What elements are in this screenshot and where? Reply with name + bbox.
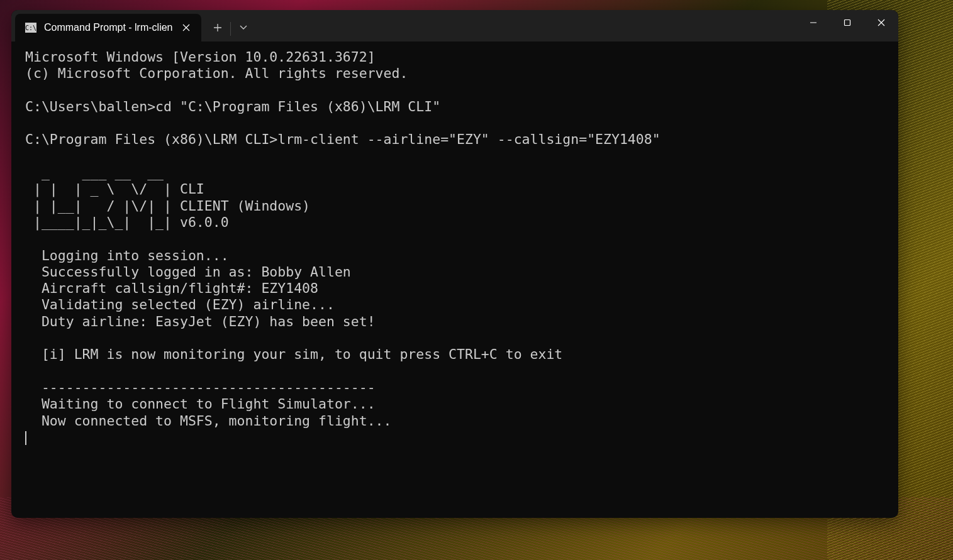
terminal-line: Microsoft Windows [Version 10.0.22631.36… bbox=[25, 49, 376, 65]
titlebar-drag-area[interactable] bbox=[255, 10, 796, 41]
terminal-line: Validating selected (EZY) airline... bbox=[25, 297, 335, 312]
terminal-line: (c) Microsoft Corporation. All rights re… bbox=[25, 65, 408, 81]
terminal-window: C:\ Command Prompt - lrm-clien bbox=[11, 10, 898, 518]
text-cursor bbox=[25, 431, 26, 445]
terminal-line: | |__| / |\/| | CLIENT (Windows) bbox=[25, 198, 310, 214]
cmd-icon: C:\ bbox=[25, 23, 36, 33]
terminal-line: _ ___ __ __ bbox=[25, 165, 164, 180]
active-tab[interactable]: C:\ Command Prompt - lrm-clien bbox=[15, 14, 201, 41]
svg-rect-0 bbox=[845, 20, 850, 26]
terminal-line: Logging into session... bbox=[25, 248, 229, 263]
terminal-line: C:\Users\ballen>cd "C:\Program Files (x8… bbox=[25, 99, 440, 114]
tab-title: Command Prompt - lrm-clien bbox=[44, 22, 172, 33]
terminal-line: [i] LRM is now monitoring your sim, to q… bbox=[25, 346, 562, 362]
terminal-output[interactable]: Microsoft Windows [Version 10.0.22631.36… bbox=[11, 41, 898, 518]
window-controls bbox=[796, 10, 898, 41]
new-tab-button[interactable] bbox=[206, 16, 229, 39]
terminal-line: Aircraft callsign/flight#: EZY1408 bbox=[25, 280, 318, 296]
terminal-line: Successfully logged in as: Bobby Allen bbox=[25, 264, 351, 280]
terminal-line: |____|_|_\_| |_| v6.0.0 bbox=[25, 214, 229, 230]
terminal-line: | | | _ \ \/ | CLI bbox=[25, 181, 204, 197]
minimize-button[interactable] bbox=[796, 10, 830, 35]
terminal-line: ----------------------------------------… bbox=[25, 380, 376, 395]
tab-dropdown-button[interactable] bbox=[232, 16, 255, 39]
terminal-line: Waiting to connect to Flight Simulator..… bbox=[25, 396, 376, 412]
titlebar[interactable]: C:\ Command Prompt - lrm-clien bbox=[11, 10, 898, 41]
close-tab-button[interactable] bbox=[180, 21, 192, 34]
tab-divider bbox=[230, 22, 231, 36]
terminal-line: Now connected to MSFS, monitoring flight… bbox=[25, 413, 391, 429]
tab-actions bbox=[201, 10, 255, 41]
close-window-button[interactable] bbox=[864, 10, 898, 35]
terminal-line: Duty airline: EasyJet (EZY) has been set… bbox=[25, 314, 376, 329]
maximize-button[interactable] bbox=[830, 10, 864, 35]
terminal-line: C:\Program Files (x86)\LRM CLI>lrm-clien… bbox=[25, 131, 660, 147]
